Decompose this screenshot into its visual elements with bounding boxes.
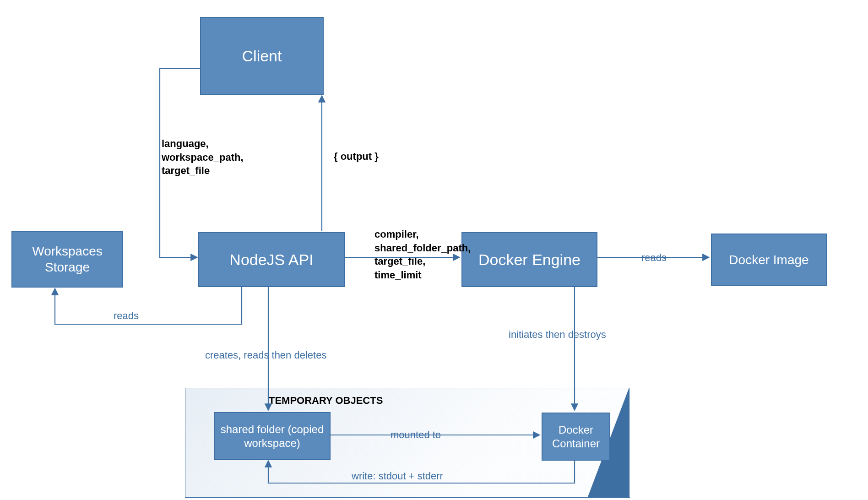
edge-engine-to-image-label: reads (641, 251, 667, 265)
temporary-objects-label: TEMPORARY OBJECTS (269, 394, 383, 408)
workspaces-storage-node: Workspaces Storage (11, 231, 123, 288)
shared-folder-node: shared folder (copied workspace) (214, 412, 331, 460)
nodejs-api-node: NodeJS API (198, 232, 345, 287)
edge-api-to-engine-label: compiler, shared_folder_path, target_fil… (374, 228, 471, 282)
edge-container-to-shared-label: write: stdout + stderr (352, 469, 443, 483)
edge-engine-to-container-label: initiates then destroys (509, 328, 606, 342)
edge-client-to-api-label: language, workspace_path, target_file (162, 137, 244, 178)
diagram-canvas: Client Workspaces Storage NodeJS API Doc… (0, 0, 868, 500)
edge-api-to-shared-label: creates, reads then deletes (205, 348, 326, 362)
edge-api-to-client-label: { output } (334, 150, 379, 163)
edge-api-to-storage-label: reads (114, 309, 139, 323)
docker-container-node: Docker Container (542, 413, 610, 461)
edge-shared-to-container-label: mounted to (391, 428, 441, 442)
client-node: Client (200, 17, 324, 95)
docker-engine-node: Docker Engine (461, 232, 597, 287)
docker-image-node: Docker Image (711, 234, 827, 286)
